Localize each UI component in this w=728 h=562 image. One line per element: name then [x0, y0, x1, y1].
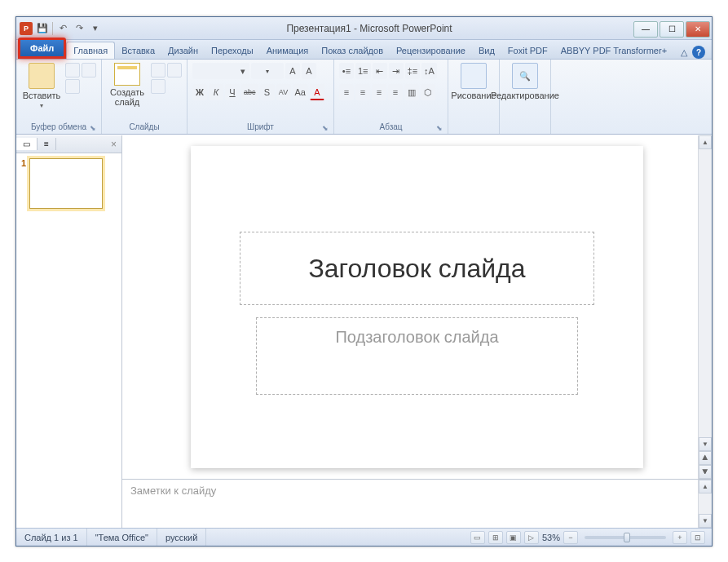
tab-foxit[interactable]: Foxit PDF [501, 42, 554, 59]
copy-button[interactable] [82, 63, 96, 77]
zoom-out-button[interactable]: − [563, 531, 578, 544]
panel-tab-outline[interactable]: ≡ [38, 138, 56, 150]
editor: Заголовок слайда Подзаголовок слайда ▲ ▼… [122, 135, 712, 528]
zoom-thumb[interactable] [624, 533, 630, 542]
group-editing: 🔍 Редактирование [500, 60, 551, 134]
ribbon: Вставить ▾ Буфер обмена⬊ Создать слайд [16, 60, 712, 135]
separator [52, 22, 53, 35]
fit-to-window-button[interactable]: ⊡ [690, 531, 705, 544]
strike-button[interactable]: abc [241, 84, 258, 100]
new-slide-button[interactable]: Создать слайд [107, 63, 148, 107]
cut-button[interactable] [65, 63, 80, 77]
shadow-button[interactable]: S [260, 84, 275, 100]
font-launcher[interactable]: ⬊ [322, 124, 329, 132]
next-slide-button[interactable]: ⯆ [699, 465, 712, 479]
smartart-button[interactable]: ⬡ [421, 84, 435, 100]
decrease-indent-button[interactable]: ⇤ [373, 63, 387, 79]
notes-placeholder: Заметки к слайду [130, 485, 216, 497]
thumbnail-item[interactable]: 1 [21, 158, 117, 209]
zoom-in-button[interactable]: + [673, 531, 687, 544]
redo-button[interactable]: ↷ [73, 22, 86, 35]
shrink-font-button[interactable]: A [302, 63, 316, 79]
text-direction-button[interactable]: ↕A [421, 63, 437, 79]
maximize-button[interactable]: ☐ [660, 21, 684, 38]
font-family-combo[interactable]: ▾ [192, 63, 249, 79]
close-button[interactable]: ✕ [686, 21, 710, 38]
section-button[interactable] [151, 79, 165, 94]
notes-scroll-down[interactable]: ▼ [699, 514, 712, 528]
format-painter-button[interactable] [65, 79, 80, 94]
group-editing-label [505, 122, 545, 132]
bold-button[interactable]: Ж [192, 84, 207, 100]
line-spacing-button[interactable]: ‡≡ [405, 63, 421, 79]
tab-slideshow[interactable]: Показ слайдов [315, 42, 390, 59]
numbering-button[interactable]: 1≡ [355, 63, 371, 79]
reading-view-button[interactable]: ▣ [506, 531, 521, 544]
tab-design[interactable]: Дизайн [161, 42, 205, 59]
qat-customize-button[interactable]: ▾ [89, 22, 102, 35]
zoom-value[interactable]: 53% [542, 533, 560, 542]
scroll-up-button[interactable]: ▲ [699, 135, 712, 149]
tab-abbyy[interactable]: ABBYY PDF Transformer+ [554, 42, 673, 59]
tab-review[interactable]: Рецензирование [390, 42, 472, 59]
bullets-button[interactable]: •≡ [339, 63, 354, 79]
scroll-down-button[interactable]: ▼ [699, 437, 712, 451]
zoom-slider[interactable] [585, 536, 666, 539]
thumbnail-preview[interactable] [29, 158, 103, 209]
reset-button[interactable] [167, 63, 182, 77]
save-button[interactable]: 💾 [36, 22, 49, 35]
tab-insert[interactable]: Вставка [115, 42, 161, 59]
sorter-view-button[interactable]: ⊞ [488, 531, 503, 544]
paragraph-launcher[interactable]: ⬊ [436, 124, 443, 132]
panel-tab-slides[interactable]: ▭ [16, 138, 38, 150]
clipboard-icon [29, 63, 55, 89]
underline-button[interactable]: Ч [225, 84, 240, 100]
minimize-button[interactable]: — [633, 21, 658, 38]
font-color-button[interactable]: A [310, 84, 324, 100]
panel-close-button[interactable]: × [106, 139, 121, 150]
columns-button[interactable]: ▥ [404, 84, 419, 100]
italic-button[interactable]: К [209, 84, 223, 100]
status-language[interactable]: русский [157, 529, 206, 546]
tab-animation[interactable]: Анимация [260, 42, 315, 59]
case-button[interactable]: Aa [293, 84, 308, 100]
notes-scroll-up[interactable]: ▲ [699, 480, 712, 493]
editing-button[interactable]: 🔍 Редактирование [505, 63, 545, 100]
canvas-area[interactable]: Заголовок слайда Подзаголовок слайда ▲ ▼… [122, 135, 712, 479]
quick-access-toolbar: P 💾 ↶ ↷ ▾ [16, 22, 105, 35]
align-center-button[interactable]: ≡ [355, 84, 370, 100]
justify-button[interactable]: ≡ [388, 84, 403, 100]
subtitle-placeholder[interactable]: Подзаголовок слайда [256, 317, 578, 395]
vertical-scrollbar[interactable]: ▲ ▼ ⯅ ⯆ [698, 135, 712, 479]
align-left-button[interactable]: ≡ [339, 84, 354, 100]
window-title: Презентация1 - Microsoft PowerPoint [105, 23, 633, 34]
group-paragraph-label: Абзац⬊ [339, 122, 443, 132]
tab-home[interactable]: Главная [66, 42, 115, 59]
spacing-button[interactable]: AV [276, 84, 291, 100]
prev-slide-button[interactable]: ⯅ [699, 451, 712, 465]
slideshow-view-button[interactable]: ▷ [524, 531, 539, 544]
tab-view[interactable]: Вид [472, 42, 501, 59]
paste-button[interactable]: Вставить ▾ [21, 63, 62, 109]
shapes-icon [461, 63, 487, 89]
clipboard-launcher[interactable]: ⬊ [90, 124, 96, 132]
ribbon-minimize-button[interactable]: △ [681, 47, 687, 58]
normal-view-button[interactable]: ▭ [470, 531, 485, 544]
layout-button[interactable] [151, 63, 165, 77]
title-placeholder[interactable]: Заголовок слайда [240, 232, 594, 305]
notes-scrollbar[interactable]: ▲ ▼ [698, 480, 712, 528]
tab-file[interactable]: Файл [18, 38, 66, 59]
increase-indent-button[interactable]: ⇥ [389, 63, 404, 79]
grow-font-button[interactable]: A [285, 63, 300, 79]
app-icon: P [20, 22, 33, 35]
notes-pane[interactable]: Заметки к слайду ▲ ▼ [122, 479, 712, 528]
slide[interactable]: Заголовок слайда Подзаголовок слайда [191, 146, 643, 468]
tab-transitions[interactable]: Переходы [205, 42, 260, 59]
group-clipboard: Вставить ▾ Буфер обмена⬊ [16, 60, 102, 134]
group-slides-label: Слайды [107, 122, 182, 132]
help-button[interactable]: ? [692, 46, 705, 59]
undo-button[interactable]: ↶ [56, 22, 69, 35]
font-size-combo[interactable]: ▾ [251, 63, 284, 79]
align-right-button[interactable]: ≡ [372, 84, 386, 100]
drawing-button[interactable]: Рисование [453, 63, 494, 100]
